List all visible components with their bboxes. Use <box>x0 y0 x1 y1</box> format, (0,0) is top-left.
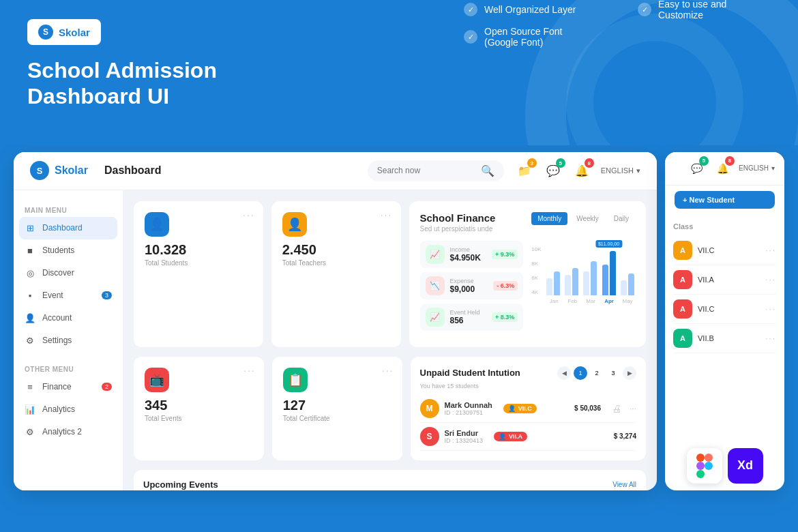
period-tab-weekly[interactable]: Weekly <box>570 212 605 225</box>
stat-dots-students[interactable]: ··· <box>243 209 255 220</box>
rp-language-select[interactable]: ENGLISH ▾ <box>739 164 775 172</box>
hero-logo: S Skolar <box>27 19 101 45</box>
features-grid: ✓ 2 Dashboard Website Design ✓ Free icon… <box>464 0 771 48</box>
stats-row-bottom: ··· 📺 345 Total Events ··· 📋 127 Total C… <box>134 357 646 460</box>
discover-icon: ◎ <box>25 268 35 278</box>
income-icon: 📈 <box>426 245 445 264</box>
student-row-0: M Mark Ounnah ID : 21309751 👤 VII.C $ 50… <box>420 395 637 423</box>
finance-section: School Finance Sed ut perspiciatis unde … <box>409 201 647 347</box>
prev-page-btn[interactable]: ◀ <box>557 366 571 380</box>
bell-icon-btn[interactable]: 🔔 8 <box>572 161 591 180</box>
svg-rect-0 <box>696 454 705 462</box>
next-page-btn[interactable]: ▶ <box>623 366 636 380</box>
class-label: Class <box>673 222 776 231</box>
sidebar-item-event[interactable]: ▪ Event 3 <box>14 284 123 307</box>
hero-section: S Skolar School Admission Dashboard UI ✓… <box>0 0 798 145</box>
stat-dots-teachers[interactable]: ··· <box>381 209 393 220</box>
other-menu-label: Other Menu <box>14 360 123 376</box>
sidebar-item-settings[interactable]: ⚙ Settings <box>14 329 123 352</box>
sidebar-item-dashboard[interactable]: ⊞ Dashboard <box>19 217 117 239</box>
page-1-btn[interactable]: 1 <box>574 366 587 380</box>
stat-value-teachers: 2.450 <box>282 242 390 258</box>
page-3-btn[interactable]: 3 <box>606 366 620 380</box>
stats-row-top: ··· 👤 10.328 Total Students ··· 👤 2.450 … <box>134 201 646 347</box>
finance-subtitle: Sed ut perspiciatis unde <box>420 225 496 233</box>
student-name-1: Sri Endur <box>445 429 484 437</box>
svg-rect-3 <box>696 470 705 478</box>
stat-value-events: 345 <box>145 398 253 413</box>
class-row-3: A VII.B ··· <box>673 324 776 353</box>
class-dots-0[interactable]: ··· <box>765 246 776 255</box>
pagination: ◀ 1 2 3 ▶ <box>557 366 636 380</box>
income-change: + 9.3% <box>492 250 518 259</box>
expense-icon: 📉 <box>426 276 445 295</box>
period-tab-monthly[interactable]: Monthly <box>531 212 567 225</box>
class-name-1: VII.A <box>698 276 760 284</box>
student-amount-1: $ 3,274 <box>614 432 636 440</box>
sidebar-item-analytics[interactable]: 📊 Analytics <box>14 398 123 421</box>
stat-dots-certificate[interactable]: ··· <box>382 365 394 376</box>
class-icon-viic1: A <box>673 241 692 260</box>
stat-value-students: 10.328 <box>145 242 252 258</box>
xd-label: Xd <box>737 458 753 473</box>
event-badge: 3 <box>102 291 112 299</box>
class-icon-1: 👤 <box>499 433 506 440</box>
student-avatar-0: M <box>420 399 439 418</box>
class-dots-3[interactable]: ··· <box>765 334 776 343</box>
class-dots-2[interactable]: ··· <box>765 304 776 314</box>
metric-expense: 📉 Expense $9,000 - 6.3% <box>420 272 524 299</box>
dashboard-body: Main Menu ⊞ Dashboard ■ Students ◎ Disco… <box>14 190 657 490</box>
rp-bell-icon[interactable]: 🔔 8 <box>713 159 732 178</box>
stat-icon-certificate: 📋 <box>283 368 308 392</box>
search-input[interactable] <box>377 166 475 175</box>
dashboard-wrapper: S Skolar Dashboard 🔍 📁 3 💬 5 🔔 8 <box>14 152 784 490</box>
dashboard-title: Dashboard <box>104 164 162 177</box>
search-bar[interactable]: 🔍 <box>368 160 504 181</box>
stat-card-students: ··· 👤 10.328 Total Students <box>134 201 263 347</box>
folder-icon-btn[interactable]: 📁 3 <box>515 161 534 180</box>
analytics-icon: 📊 <box>25 404 35 415</box>
language-select[interactable]: ENGLISH ▾ <box>601 166 640 175</box>
main-content: ··· 👤 10.328 Total Students ··· 👤 2.450 … <box>123 190 657 490</box>
figma-badge <box>687 448 722 484</box>
student-name-0: Mark Ounnah <box>445 401 492 409</box>
bar-tooltip: $11.00,00 <box>595 240 622 248</box>
class-dots-1[interactable]: ··· <box>765 275 776 284</box>
tool-badges: Xd <box>665 441 784 490</box>
check-icon-4: ✓ <box>464 30 477 44</box>
student-amount-0: $ 50,036 <box>574 404 601 412</box>
class-icon-viic2: A <box>673 299 692 319</box>
class-icon-viib: A <box>673 329 692 348</box>
view-all-btn[interactable]: View All <box>612 481 636 488</box>
student-row-1: S Sri Endur ID : 13320413 👤 VII.A $ 3,27… <box>420 423 637 451</box>
more-icon-0[interactable]: ··· <box>630 404 636 413</box>
page-2-btn[interactable]: 2 <box>590 366 604 380</box>
period-tab-daily[interactable]: Daily <box>608 212 635 225</box>
new-student-btn[interactable]: + New Student <box>675 191 775 209</box>
account-icon: 👤 <box>25 313 35 323</box>
rp-chat-icon[interactable]: 💬 5 <box>687 159 706 178</box>
bottom-row: Upcoming Events View All 345 Mot... <box>134 470 646 490</box>
unpaid-title: Unpaid Student Intution <box>420 368 520 378</box>
hero-logo-icon: S <box>38 25 53 40</box>
main-menu-label: Main Menu <box>14 201 123 217</box>
print-icon-0[interactable]: 🖨 <box>612 403 621 414</box>
sidebar-item-account[interactable]: 👤 Account <box>14 307 123 329</box>
folder-badge: 3 <box>527 158 537 168</box>
stat-card-certificate: ··· 📋 127 Total Certificate <box>272 357 402 460</box>
chat-icon-btn[interactable]: 💬 5 <box>544 161 563 180</box>
header-icons: 📁 3 💬 5 🔔 8 ENGLISH ▾ <box>515 161 640 180</box>
metric-income: 📈 Income $4.950K + 9.3% <box>420 241 524 268</box>
dashboard-header: S Skolar Dashboard 🔍 📁 3 💬 5 🔔 8 <box>14 152 657 190</box>
sidebar-item-finance[interactable]: ≡ Finance 2 <box>14 376 123 398</box>
rp-chevron-down-icon: ▾ <box>771 164 775 172</box>
sidebar-item-discover[interactable]: ◎ Discover <box>14 262 123 284</box>
sidebar-item-students[interactable]: ■ Students <box>14 239 123 262</box>
stat-card-events: ··· 📺 345 Total Events <box>134 357 264 460</box>
sidebar-item-analytics2[interactable]: ⚙ Analytics 2 <box>14 421 123 443</box>
stat-dots-events[interactable]: ··· <box>243 365 256 376</box>
stat-label-students: Total Students <box>145 259 252 267</box>
dashboard-icon: ⊞ <box>25 223 35 233</box>
svg-rect-2 <box>696 462 705 470</box>
class-icon-0: 👤 <box>508 405 516 412</box>
